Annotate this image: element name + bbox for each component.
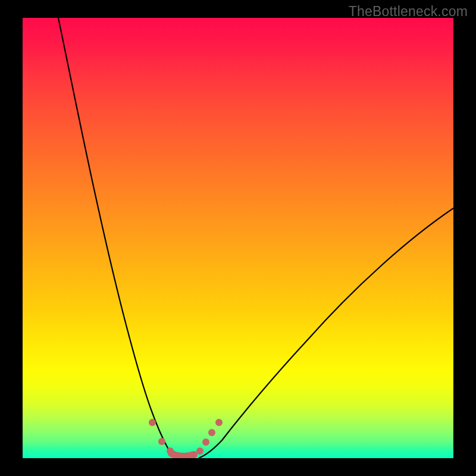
marker-dot bbox=[158, 438, 165, 445]
chart-frame: TheBottleneck.com bbox=[0, 0, 476, 476]
marker-dot bbox=[215, 419, 223, 426]
chart-svg bbox=[23, 18, 453, 458]
bottom-thick-segment bbox=[171, 453, 194, 456]
marker-dot bbox=[196, 447, 203, 455]
marker-dot bbox=[208, 429, 215, 436]
marker-dot bbox=[202, 439, 209, 446]
marker-group bbox=[149, 419, 223, 455]
marker-dot bbox=[149, 419, 156, 426]
plot-area bbox=[23, 18, 453, 458]
curve-right bbox=[199, 208, 453, 458]
curve-left bbox=[58, 18, 182, 458]
marker-dot bbox=[167, 447, 174, 455]
watermark-text: TheBottleneck.com bbox=[349, 4, 468, 20]
